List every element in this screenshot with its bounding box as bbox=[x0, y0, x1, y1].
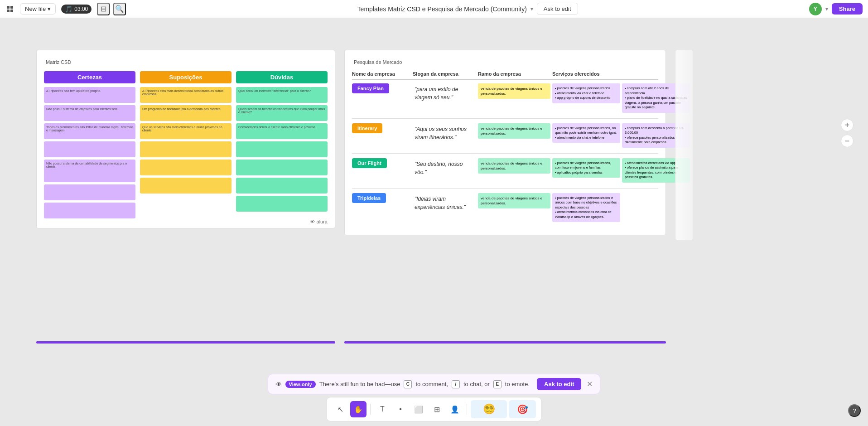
svg-rect-3 bbox=[10, 10, 13, 12]
row-itinerary: Itinerary "Aqui os seus sonhos viram iti… bbox=[352, 123, 658, 148]
slogan-ourflight: "Seu destino, nosso vôo." bbox=[413, 158, 476, 178]
csd-scroll-bar[interactable] bbox=[36, 341, 335, 344]
sticky-note bbox=[44, 203, 135, 218]
ramo-fancyplan: venda de pacotes de viagens únicos e per… bbox=[478, 83, 550, 99]
pesquisa-mercado-label: Pesquisa de Mercado bbox=[352, 58, 404, 66]
tool-divider-1 bbox=[370, 404, 371, 415]
toolbar-icons: ⊟ 🔍 bbox=[97, 3, 126, 15]
topbar-center: Templates Matriz CSD e Pesquisa de Merca… bbox=[357, 3, 578, 15]
banner-message: There's still fun to be had—use bbox=[319, 381, 400, 387]
servicos-ourflight: • pacotes de viagens personalizados, com… bbox=[552, 158, 620, 178]
search-icon[interactable]: 🔍 bbox=[113, 3, 126, 15]
sticky-note: A Tripdeiros está mais desenvolvida comp… bbox=[140, 87, 231, 103]
certezas-column: Certezas A Tripdeiros não tem aplicativo… bbox=[44, 71, 135, 221]
eye-indicator: 👁 alura bbox=[310, 219, 328, 224]
share-button[interactable]: Share bbox=[832, 3, 863, 15]
row-tripideias: Tripideias "Ideias viram experiências ún… bbox=[352, 193, 658, 223]
grid-icon[interactable] bbox=[5, 5, 14, 14]
row-ourflight: Our Flight "Seu destino, nosso vôo." ven… bbox=[352, 158, 658, 183]
viewonly-badge: View-only bbox=[285, 381, 316, 388]
dot-tool-button[interactable]: • bbox=[392, 401, 409, 417]
sticky-note bbox=[140, 160, 231, 175]
user-chevron-icon[interactable]: ▾ bbox=[825, 6, 828, 12]
sticky-note: A Tripdeiros não tem aplicativo próprio. bbox=[44, 87, 135, 103]
tool-divider-2 bbox=[467, 404, 467, 415]
sticky-note bbox=[236, 160, 328, 175]
banner-chat-text: to chat, or bbox=[463, 381, 490, 387]
col-header-servicos: Serviços oferecidos bbox=[552, 71, 620, 77]
avatar-group: 🎵 03:00 bbox=[61, 5, 92, 14]
hand-tool-button[interactable]: ✋ bbox=[350, 401, 366, 417]
ramo-ourflight: venda de pacotes de viagens únicos e per… bbox=[478, 158, 550, 174]
svg-rect-0 bbox=[7, 6, 10, 9]
topbar: New file ▾ 🎵 03:00 ⊟ 🔍 Templates Matriz … bbox=[0, 0, 868, 18]
table-tool-button[interactable]: ⊞ bbox=[429, 401, 445, 417]
sticky-note bbox=[44, 141, 135, 157]
text-tool-button[interactable]: T bbox=[374, 401, 391, 417]
slogan-tripideias: "Ideias viram experiências únicas." bbox=[413, 193, 476, 213]
new-file-chevron: ▾ bbox=[48, 5, 51, 12]
canvas[interactable]: Matriz CSD Certezas A Tripdeiros não tem… bbox=[0, 18, 868, 426]
sticky-note bbox=[236, 178, 328, 194]
col-header-slogan: Slogan da empresa bbox=[413, 71, 476, 77]
new-file-button[interactable]: New file ▾ bbox=[20, 3, 56, 15]
svg-rect-2 bbox=[7, 10, 10, 12]
zoom-in-button[interactable]: + bbox=[841, 119, 854, 131]
sticky-note: Não possuí sistema de contabilidade de s… bbox=[44, 160, 135, 182]
person-tool-button[interactable]: 👤 bbox=[447, 401, 463, 417]
eye-label: alura bbox=[317, 219, 328, 224]
user-avatar[interactable]: Y bbox=[809, 3, 822, 15]
doc-title: Templates Matriz CSD e Pesquisa de Merca… bbox=[357, 5, 527, 13]
row-fancyplan: Fancy Plan "para um estilo de viagem só … bbox=[352, 83, 658, 113]
servicos-fancyplan: • pacotes de viagens personalizados• ate… bbox=[552, 83, 620, 103]
badge-tripideias: Tripideias bbox=[352, 193, 386, 203]
emote-key: E bbox=[493, 380, 502, 388]
servicos-itinerary: • pacotes de viagens personalizados, no … bbox=[552, 123, 620, 143]
ramo-tripideias: venda de pacotes de viagens únicos e per… bbox=[478, 193, 550, 208]
title-chevron-icon[interactable]: ▾ bbox=[530, 6, 533, 12]
ramo-itinerary: venda de pacotes de viagens únicos e per… bbox=[478, 123, 550, 139]
sticky-note bbox=[236, 196, 328, 212]
partial-right-board bbox=[675, 50, 693, 240]
eye-icon: 👁 bbox=[310, 219, 315, 224]
col-header-nome: Nome da empresa bbox=[352, 71, 411, 77]
sticky-note: Que os serviços são mais eficientes e mu… bbox=[140, 123, 231, 139]
topbar-right: Y ▾ Share bbox=[809, 3, 863, 15]
help-button[interactable]: ? bbox=[848, 404, 861, 417]
tool-icons-bar: ↖ ✋ T • ⬜ ⊞ 👤 😵‍💫 🎯 bbox=[326, 397, 542, 421]
badge-itinerary: Itinerary bbox=[352, 123, 382, 133]
matriz-csd-label: Matriz CSD bbox=[44, 58, 73, 66]
close-banner-button[interactable]: ✕ bbox=[587, 380, 593, 388]
ask-edit-banner-button[interactable]: Ask to edit bbox=[537, 378, 581, 390]
pesquisa-scroll-bar[interactable] bbox=[344, 341, 666, 344]
slogan-itinerary: "Aqui os seus sonhos viram itinerários." bbox=[413, 123, 476, 143]
sticky-note: Não possuí sistema de objetivos para cli… bbox=[44, 105, 135, 121]
sticky-note: Um programa de fidelidade pra a demanda … bbox=[140, 105, 231, 121]
slogan-fancyplan: "para um estilo de viagem só seu." bbox=[413, 83, 476, 103]
cursor-tool-button[interactable]: ↖ bbox=[332, 401, 348, 417]
duvidas-header: Dúvidas bbox=[236, 71, 328, 83]
sticky-note bbox=[236, 141, 328, 157]
col-header-ramo: Ramo da empresa bbox=[478, 71, 550, 77]
emoji-area: 😵‍💫 bbox=[471, 400, 507, 418]
sticky-note: Qual seria um incentivo "diferencial" pa… bbox=[236, 87, 328, 103]
sticky-note: Quais seriam os benefícios financeiros q… bbox=[236, 105, 328, 121]
ask-edit-button-top[interactable]: Ask to edit bbox=[537, 3, 578, 15]
svg-rect-1 bbox=[10, 6, 13, 9]
comment-key: C bbox=[404, 380, 412, 388]
board-view-icon[interactable]: ⊟ bbox=[97, 3, 110, 15]
timer-text: 03:00 bbox=[74, 6, 88, 12]
certezas-header: Certezas bbox=[44, 71, 135, 83]
suposicoes-header: Suposições bbox=[140, 71, 231, 83]
new-file-label: New file bbox=[25, 5, 46, 12]
sticky-note: Considerados deixar o cliente mais efici… bbox=[236, 123, 328, 139]
matriz-csd-board: Matriz CSD Certezas A Tripdeiros não tem… bbox=[36, 50, 335, 228]
timer-badge: 🎵 03:00 bbox=[61, 5, 92, 14]
badge-fancyplan: Fancy Plan bbox=[352, 83, 389, 93]
csd-columns: Certezas A Tripdeiros não tem aplicativo… bbox=[44, 71, 328, 221]
sticky-note bbox=[140, 178, 231, 194]
suposicoes-column: Suposições A Tripdeiros está mais desenv… bbox=[140, 71, 231, 221]
eye-banner-icon: 👁 bbox=[275, 381, 282, 388]
frame-tool-button[interactable]: ⬜ bbox=[410, 401, 427, 417]
zoom-out-button[interactable]: − bbox=[841, 135, 854, 147]
